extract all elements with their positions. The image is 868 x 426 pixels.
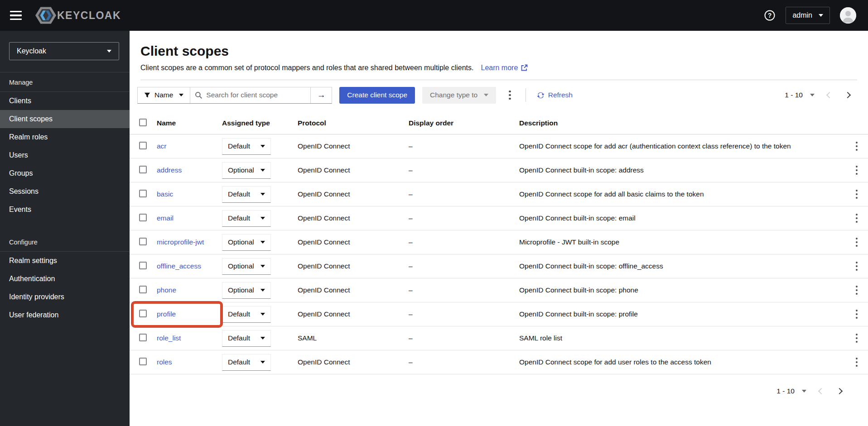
scope-name-link[interactable]: role_list <box>157 334 181 342</box>
refresh-button[interactable]: Refresh <box>537 91 573 99</box>
page-title: Client scopes <box>140 43 857 59</box>
masthead: KEYCLOAK ? admin <box>0 0 868 31</box>
scope-name-link[interactable]: roles <box>157 358 172 366</box>
description-value: OpenID Connect built-in scope: offline_a… <box>519 262 663 270</box>
row-kebab-menu-button[interactable] <box>851 162 863 179</box>
client-scopes-table: Name Assigned type Protocol Display orde… <box>130 112 868 374</box>
assigned-type-select[interactable]: Optional <box>222 162 271 179</box>
select-all-checkbox[interactable] <box>139 119 147 126</box>
caret-down-icon <box>260 265 265 268</box>
sidebar-item-identity-providers[interactable]: Identity providers <box>0 288 130 306</box>
display-order-value: – <box>409 190 413 198</box>
scope-name-link[interactable]: phone <box>157 286 176 294</box>
assigned-type-value: Default <box>228 190 250 198</box>
assigned-type-select[interactable]: Optional <box>222 234 271 251</box>
table-row: roles Default OpenID Connect – OpenID Co… <box>130 350 868 374</box>
assigned-type-value: Default <box>228 334 250 342</box>
table-row: address Optional OpenID Connect – OpenID… <box>130 158 868 182</box>
assigned-type-value: Default <box>228 310 250 318</box>
scope-name-link[interactable]: basic <box>157 190 173 198</box>
table-row: profile Default OpenID Connect – OpenID … <box>130 302 868 326</box>
pagination-next-button[interactable] <box>840 90 855 100</box>
display-order-value: – <box>409 358 413 366</box>
sidebar-item-user-federation[interactable]: User federation <box>0 306 130 324</box>
chevron-right-icon <box>836 388 843 394</box>
row-kebab-menu-button[interactable] <box>851 258 863 275</box>
row-kebab-menu-button[interactable] <box>851 306 863 323</box>
display-order-value: – <box>409 214 413 222</box>
row-checkbox[interactable] <box>139 286 147 293</box>
sidebar-item-realm-roles[interactable]: Realm roles <box>0 128 130 146</box>
sidebar-item-users[interactable]: Users <box>0 146 130 164</box>
assigned-type-select[interactable]: Optional <box>222 258 271 275</box>
assigned-type-select[interactable]: Optional <box>222 282 271 299</box>
bottom-pagination: 1 - 10 <box>776 386 847 396</box>
scope-name-link[interactable]: microprofile-jwt <box>157 238 204 246</box>
sidebar-item-realm-settings[interactable]: Realm settings <box>0 252 130 270</box>
description-value: OpenID Connect built-in scope: profile <box>519 310 638 318</box>
caret-down-icon <box>802 390 806 392</box>
sidebar-item-authentication[interactable]: Authentication <box>0 270 130 288</box>
sidebar-item-groups[interactable]: Groups <box>0 164 130 182</box>
assigned-type-value: Optional <box>228 286 254 294</box>
search-submit-button[interactable]: → <box>310 87 332 103</box>
toolbar-divider <box>526 88 526 102</box>
sidebar-item-sessions[interactable]: Sessions <box>0 182 130 201</box>
scope-name-link[interactable]: email <box>157 214 174 222</box>
chevron-right-icon <box>844 92 851 98</box>
avatar[interactable] <box>840 7 856 24</box>
change-type-dropdown[interactable]: Change type to <box>422 87 496 104</box>
row-checkbox[interactable] <box>139 310 147 317</box>
user-menu-dropdown[interactable]: admin <box>786 7 830 24</box>
row-checkbox[interactable] <box>139 142 147 149</box>
pagination-options-dropdown[interactable] <box>797 387 811 395</box>
sidebar-item-client-scopes[interactable]: Client scopes <box>0 110 130 128</box>
svg-text:?: ? <box>768 12 772 19</box>
row-kebab-menu-button[interactable] <box>851 186 863 203</box>
column-header-description: Description <box>519 119 845 127</box>
description-value: OpenID Connect built-in scope: email <box>519 214 636 222</box>
row-kebab-menu-button[interactable] <box>851 354 863 371</box>
row-checkbox[interactable] <box>139 214 147 221</box>
assigned-type-select[interactable]: Default <box>222 210 271 227</box>
row-checkbox[interactable] <box>139 358 147 365</box>
row-kebab-menu-button[interactable] <box>851 234 863 251</box>
search-input[interactable] <box>206 91 301 99</box>
assigned-type-select[interactable]: Default <box>222 186 271 203</box>
assigned-type-select[interactable]: Default <box>222 330 271 347</box>
row-checkbox[interactable] <box>139 334 147 341</box>
row-kebab-menu-button[interactable] <box>851 138 863 155</box>
person-icon <box>840 7 856 24</box>
row-checkbox[interactable] <box>139 238 147 245</box>
caret-down-icon <box>810 94 815 96</box>
learn-more-link[interactable]: Learn more <box>481 64 528 72</box>
pagination-options-dropdown[interactable] <box>805 91 819 99</box>
toolbar-kebab-menu-button[interactable] <box>504 87 516 104</box>
assigned-type-select[interactable]: Default <box>222 354 271 371</box>
assigned-type-select[interactable]: Default <box>222 138 271 155</box>
scope-name-link[interactable]: offline_access <box>157 262 201 270</box>
pagination-prev-button[interactable] <box>822 90 837 100</box>
filter-type-dropdown[interactable]: Name <box>138 87 190 103</box>
hamburger-menu-icon[interactable] <box>6 5 27 26</box>
row-checkbox[interactable] <box>139 190 147 197</box>
row-kebab-menu-button[interactable] <box>851 210 863 227</box>
sidebar-item-clients[interactable]: Clients <box>0 92 130 110</box>
scope-name-link[interactable]: acr <box>157 142 167 150</box>
realm-selector-dropdown[interactable]: Keycloak <box>9 42 119 60</box>
caret-down-icon <box>260 169 265 172</box>
help-button[interactable]: ? <box>764 10 776 21</box>
row-checkbox[interactable] <box>139 166 147 173</box>
row-kebab-menu-button[interactable] <box>851 282 863 299</box>
row-kebab-menu-button[interactable] <box>851 330 863 347</box>
pagination-next-button[interactable] <box>832 386 847 396</box>
pagination-prev-button[interactable] <box>814 386 829 396</box>
sidebar-item-events[interactable]: Events <box>0 201 130 219</box>
scope-name-link[interactable]: address <box>157 166 182 174</box>
assigned-type-select[interactable]: Default <box>222 306 271 323</box>
caret-down-icon <box>260 193 265 196</box>
scope-name-link[interactable]: profile <box>157 310 176 318</box>
row-checkbox[interactable] <box>139 262 147 269</box>
main-content: Client scopes Client scopes are a common… <box>130 31 868 426</box>
create-client-scope-button[interactable]: Create client scope <box>339 87 415 104</box>
